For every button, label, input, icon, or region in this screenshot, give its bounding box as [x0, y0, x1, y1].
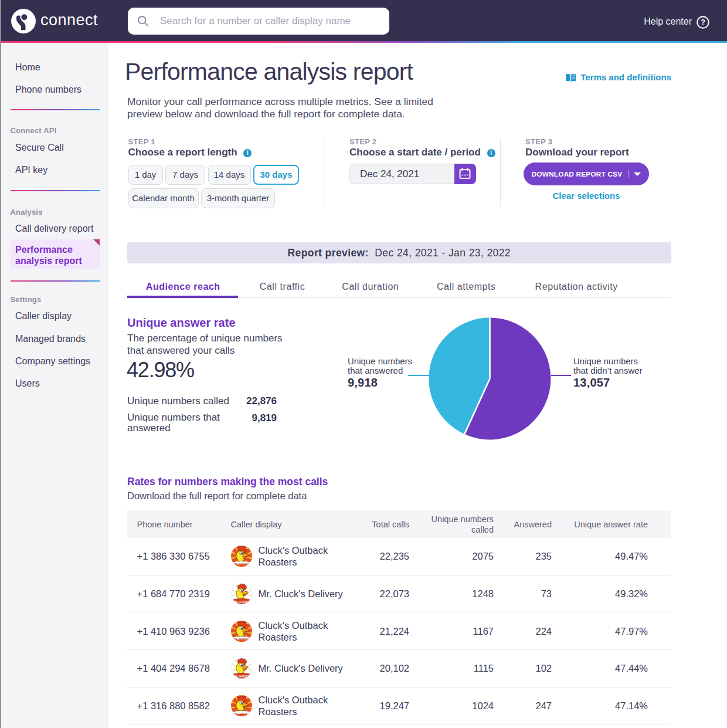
svg-text:?: ?: [701, 18, 705, 26]
